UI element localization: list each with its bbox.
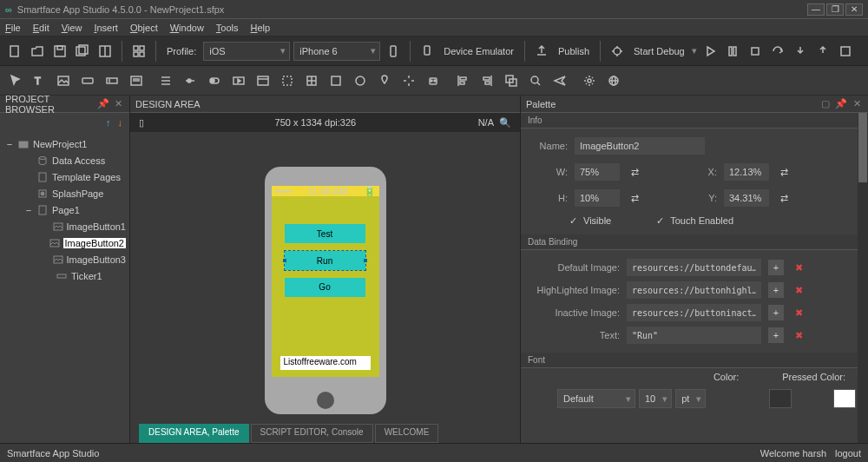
grid-icon[interactable]: [129, 42, 148, 61]
new-icon[interactable]: [5, 42, 24, 61]
clear-inactive-icon[interactable]: ✖: [791, 305, 806, 320]
color-swatch[interactable]: [769, 389, 792, 408]
robot-icon[interactable]: [424, 71, 443, 90]
add-default-icon[interactable]: +: [768, 260, 784, 275]
menu-window[interactable]: Window: [170, 23, 204, 33]
tree-item-data-access[interactable]: Data Access: [0, 152, 129, 168]
logout-link[interactable]: logout: [835, 448, 861, 459]
h-input[interactable]: [575, 189, 620, 207]
emulator-icon[interactable]: [418, 42, 437, 61]
w-input[interactable]: [575, 163, 620, 181]
pin-icon[interactable]: [375, 71, 394, 90]
design-canvas[interactable]: •••••11:46 AM🔋 Test Run Go Listoffreewar…: [130, 132, 520, 460]
font-unit-select[interactable]: pt: [675, 389, 706, 408]
visible-checkbox[interactable]: ✓Visible: [568, 215, 611, 226]
tab-design[interactable]: DESIGN AREA, Palette: [139, 424, 249, 443]
add-highlighted-icon[interactable]: +: [768, 282, 784, 298]
slider-icon[interactable]: [181, 71, 200, 90]
text-icon[interactable]: T: [30, 71, 49, 90]
swap-x-icon[interactable]: ⇄: [776, 164, 792, 180]
close-button[interactable]: ✕: [845, 3, 863, 16]
menu-help[interactable]: Help: [251, 23, 271, 33]
y-input[interactable]: [724, 189, 769, 207]
device-screen[interactable]: •••••11:46 AM🔋 Test Run Go Listoffreewar…: [272, 186, 379, 377]
step-into-icon[interactable]: [791, 42, 810, 61]
minimize-button[interactable]: —: [807, 3, 825, 16]
inactive-image-input[interactable]: [627, 304, 761, 321]
pause-icon[interactable]: [723, 42, 742, 61]
ticker1[interactable]: Listoffreeware.com: [280, 356, 371, 370]
zoom-icon[interactable]: [526, 71, 545, 90]
web-icon[interactable]: [253, 71, 273, 90]
clear-highlighted-icon[interactable]: ✖: [791, 282, 806, 298]
menu-view[interactable]: View: [62, 23, 82, 33]
tree-item-imagebutton2[interactable]: ImageButton2: [0, 234, 129, 251]
palette-close-icon[interactable]: ✕: [851, 98, 863, 110]
stop-icon[interactable]: [746, 42, 765, 61]
default-image-input[interactable]: [627, 259, 761, 276]
close-panel-icon[interactable]: ✕: [113, 98, 124, 110]
menu-file[interactable]: File: [5, 23, 21, 33]
publish-label[interactable]: Publish: [558, 46, 589, 56]
add-inactive-icon[interactable]: +: [768, 305, 784, 320]
touch-checkbox[interactable]: ✓Touch Enabled: [654, 215, 733, 226]
saveall-icon[interactable]: [73, 42, 92, 61]
tab-welcome[interactable]: WELCOME: [375, 424, 439, 443]
group-icon[interactable]: [502, 71, 521, 90]
databinding-section[interactable]: Data Binding: [521, 234, 868, 250]
palette-max-icon[interactable]: ▢: [819, 98, 832, 110]
x-input[interactable]: [724, 163, 769, 181]
emulator-label[interactable]: Device Emulator: [444, 46, 514, 56]
pin-panel-icon[interactable]: 📌: [97, 98, 109, 110]
publish-icon[interactable]: [532, 42, 551, 61]
switch-icon[interactable]: [205, 71, 224, 90]
send-icon[interactable]: [550, 71, 569, 90]
font-section[interactable]: Font: [521, 353, 868, 368]
clear-default-icon[interactable]: ✖: [791, 260, 806, 275]
tree-item-page1[interactable]: −Page1: [0, 201, 129, 218]
step-over-icon[interactable]: [768, 42, 787, 61]
menu-tools[interactable]: Tools: [216, 23, 239, 33]
align-left-icon[interactable]: [453, 71, 472, 90]
zoom-icon[interactable]: 🔍: [499, 117, 511, 129]
settings-icon[interactable]: [580, 71, 599, 90]
image-icon[interactable]: [54, 71, 73, 90]
align-right-icon[interactable]: [477, 71, 496, 90]
info-section[interactable]: Info: [521, 113, 868, 129]
tree-item-newproject1[interactable]: −NewProject1: [0, 135, 129, 152]
menu-edit[interactable]: Edit: [33, 23, 49, 33]
cursor-icon[interactable]: [5, 71, 24, 90]
font-size-select[interactable]: 10: [639, 389, 672, 408]
menu-insert[interactable]: Insert: [94, 23, 118, 33]
clear-text-icon[interactable]: ✖: [791, 327, 806, 343]
textfield-icon[interactable]: [102, 71, 122, 90]
tree-item-splashpage[interactable]: SplashPage: [0, 185, 129, 201]
debug-label[interactable]: Start Debug: [634, 46, 685, 56]
tree-item-template-pages[interactable]: Template Pages: [0, 168, 129, 185]
swap-h-icon[interactable]: ⇄: [627, 190, 642, 206]
list-icon[interactable]: [156, 71, 175, 90]
move-up-icon[interactable]: ↑: [106, 117, 111, 128]
profile-select[interactable]: iOS: [203, 42, 290, 61]
move-down-icon[interactable]: ↓: [118, 117, 123, 128]
imagebutton1[interactable]: Test: [285, 224, 365, 243]
save-icon[interactable]: [50, 42, 69, 61]
imagebutton3[interactable]: Go: [285, 278, 365, 297]
grid2-icon[interactable]: [302, 71, 321, 90]
highlighted-image-input[interactable]: [627, 281, 761, 299]
palette-scrollbar[interactable]: [858, 113, 868, 460]
open-icon[interactable]: [28, 42, 47, 61]
tree-item-imagebutton3[interactable]: ImageButton3: [0, 251, 129, 267]
layout-icon[interactable]: [95, 42, 115, 61]
swap-y-icon[interactable]: ⇄: [776, 190, 792, 206]
debug-icon[interactable]: [608, 42, 627, 61]
run-icon[interactable]: [700, 42, 720, 61]
swap-w-icon[interactable]: ⇄: [627, 164, 642, 180]
pressed-color-swatch[interactable]: [833, 389, 856, 408]
text-input[interactable]: [627, 327, 761, 344]
menu-object[interactable]: Object: [130, 23, 158, 33]
breakpoint-icon[interactable]: [836, 42, 855, 61]
loader-icon[interactable]: [399, 71, 418, 90]
font-family-select[interactable]: Default: [557, 389, 635, 408]
video-icon[interactable]: [229, 71, 248, 90]
